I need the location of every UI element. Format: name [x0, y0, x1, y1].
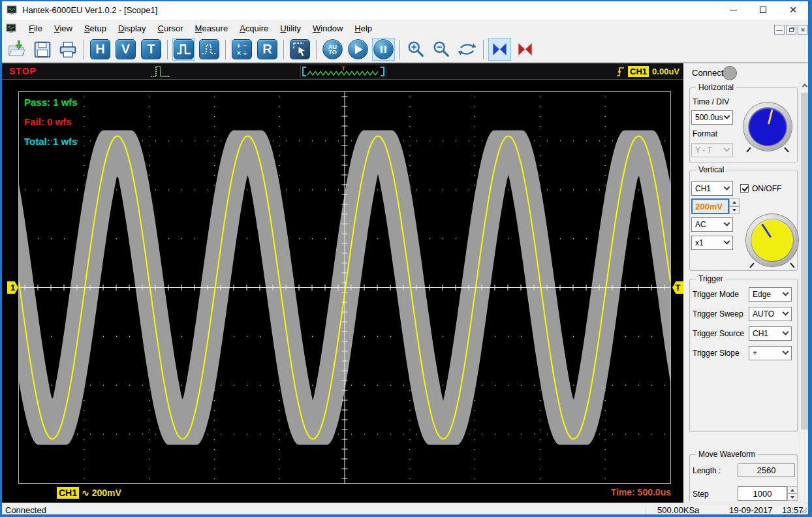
start-button[interactable]	[347, 38, 369, 61]
resize-grip[interactable]	[801, 507, 807, 513]
onoff-checkbox[interactable]	[740, 184, 749, 193]
vertical-setup-button[interactable]: V	[114, 38, 137, 61]
trigger-sweep-select[interactable]: AUTO	[749, 307, 792, 321]
menu-item-display[interactable]: Display	[112, 21, 152, 36]
zoom-out-icon	[431, 39, 452, 59]
save-button[interactable]	[31, 38, 54, 61]
chevron-down-icon	[783, 348, 789, 354]
horizontal-knob[interactable]	[743, 102, 792, 151]
probe-select[interactable]: x1	[691, 236, 733, 250]
time-div-label: Time / DIV	[693, 97, 729, 106]
open-button[interactable]	[5, 38, 28, 61]
move-waveform-legend: Move Waveform	[696, 450, 758, 459]
pause-button[interactable]	[372, 38, 395, 61]
step-label: Step	[693, 490, 709, 499]
pass-fail-button[interactable]	[172, 38, 195, 61]
maximize-button[interactable]	[748, 0, 778, 20]
menu-item-help[interactable]: Help	[349, 21, 378, 36]
chevron-down-icon	[724, 145, 730, 151]
cycle-arrows-icon	[457, 39, 477, 59]
time-div-select[interactable]: 500.0us	[691, 110, 733, 125]
trigger-level-value: 0.00uV	[652, 67, 679, 76]
coupling-value: AC	[695, 220, 706, 229]
reference-button[interactable]: R	[256, 38, 279, 61]
spin-down-icon[interactable]	[787, 494, 798, 501]
coupling-select[interactable]: AC	[691, 217, 733, 232]
app-icon	[7, 5, 17, 15]
statusbar-separator	[645, 505, 646, 515]
menu-item-utility[interactable]: Utility	[274, 21, 307, 36]
menu-item-setup[interactable]: Setup	[78, 21, 112, 36]
channel-readout: CH1 ∿ 200mV	[57, 487, 121, 499]
trigger-source-select[interactable]: CH1	[749, 326, 792, 341]
window-border[interactable]	[808, 0, 812, 517]
menu-item-file[interactable]: File	[23, 21, 48, 36]
trigger-setup-button[interactable]: T	[140, 38, 163, 61]
channel-select[interactable]: CH1	[691, 181, 733, 196]
minimize-button[interactable]	[718, 0, 748, 20]
spin-up-icon[interactable]	[787, 486, 798, 494]
mdi-close-button[interactable]: ✕	[798, 25, 808, 35]
spinner-buttons[interactable]	[729, 198, 740, 214]
onoff-label: ON/OFF	[752, 184, 781, 193]
panel-scrollbar[interactable]	[800, 80, 808, 503]
scope-display[interactable]: Pass: 1 wfs Fail: 0 wfs Total: 1 wfs	[18, 91, 671, 484]
menu-item-cursor[interactable]: Cursor	[152, 21, 189, 36]
v-letter: V	[121, 42, 130, 57]
window-border[interactable]	[0, 0, 2, 517]
spin-up-icon[interactable]	[729, 198, 740, 206]
time-div-value: 500.0us	[695, 113, 723, 122]
window-title: Hantek-6000EU Ver1.0.2 - [Scope1]	[22, 5, 157, 15]
pulse-preview-icon	[149, 64, 174, 79]
menu-item-acquire[interactable]: Acquire	[234, 21, 274, 36]
connection-status: Connected	[5, 505, 46, 515]
cursor-arrow-icon	[291, 40, 309, 58]
play-icon	[355, 45, 363, 54]
red-mask-icon	[516, 40, 535, 59]
trigger-slope-select[interactable]: +	[749, 346, 792, 360]
menu-item-window[interactable]: Window	[307, 21, 349, 36]
toolbar-separator	[84, 40, 84, 59]
print-button[interactable]	[56, 38, 79, 61]
close-button[interactable]: ✕	[778, 0, 808, 20]
mask-out-button[interactable]	[514, 38, 537, 61]
toolbar-separator	[483, 40, 484, 59]
self-calibration-button[interactable]	[456, 38, 478, 61]
trigger-level-marker[interactable]: T	[672, 281, 683, 294]
vertical-knob[interactable]	[746, 214, 798, 266]
trigger-mode-select[interactable]: Edge	[749, 287, 792, 302]
spinner-buttons[interactable]	[787, 486, 798, 501]
waveform-preview[interactable]: T	[300, 65, 386, 78]
h-letter: H	[95, 42, 104, 57]
trigger-readout: CH1 0.00uV	[616, 65, 679, 77]
chevron-down-icon	[724, 112, 730, 119]
horizontal-setup-button[interactable]: H	[89, 38, 112, 61]
menu-item-measure[interactable]: Measure	[189, 21, 234, 36]
pass-fail-settings-button[interactable]	[198, 38, 221, 61]
sample-rate: 500.00KSa	[657, 505, 699, 515]
menubar: FileViewSetupDisplayCursorMeasureAcquire…	[0, 20, 812, 37]
cursor-measure-button[interactable]	[289, 38, 311, 61]
trigger-slope-label: Trigger Slope	[693, 349, 740, 358]
menu-item-view[interactable]: View	[48, 21, 78, 36]
trigger-legend: Trigger	[696, 274, 726, 283]
vertical-legend: Vertical	[696, 165, 726, 174]
pass-count: Pass: 1 wfs	[24, 97, 78, 108]
mdi-minimize-button[interactable]: —	[774, 25, 785, 35]
chevron-down-icon	[783, 289, 789, 296]
zoom-out-button[interactable]	[430, 38, 453, 61]
chevron-down-icon	[783, 328, 789, 335]
blue-mask-icon	[490, 40, 509, 59]
mask-in-button[interactable]	[488, 38, 511, 61]
volts-range-spinner[interactable]: 200mV	[691, 198, 740, 214]
step-spinner[interactable]: 1000	[738, 486, 798, 501]
mdi-restore-button[interactable]	[786, 25, 796, 35]
scope-status-strip: STOP T CH1 0.00uV	[0, 63, 683, 80]
math-button[interactable]: + −× ÷	[230, 38, 253, 61]
auto-setup-button[interactable]: AUTO	[321, 38, 344, 61]
zoom-in-button[interactable]	[405, 38, 428, 61]
scrollbar-thumb[interactable]	[801, 93, 808, 430]
spin-down-icon[interactable]	[729, 206, 740, 214]
window-border[interactable]	[0, 514, 812, 517]
channel1-marker[interactable]: 1	[7, 281, 18, 294]
